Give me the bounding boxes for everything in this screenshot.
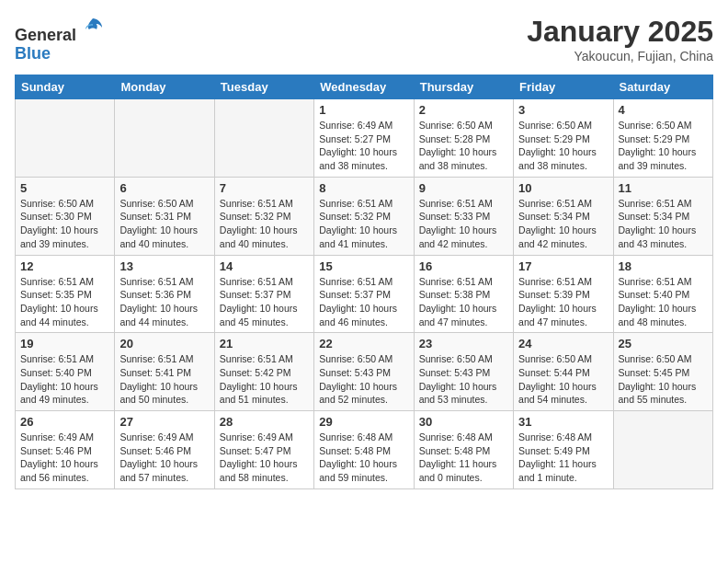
day-number: 15 (319, 259, 408, 273)
day-number: 17 (518, 259, 608, 273)
day-number: 10 (518, 181, 608, 195)
calendar-cell (115, 99, 214, 178)
calendar-cell: 19Sunrise: 6:51 AM Sunset: 5:40 PM Dayli… (16, 333, 115, 411)
calendar-cell: 29Sunrise: 6:48 AM Sunset: 5:48 PM Dayli… (314, 411, 414, 489)
day-info: Sunrise: 6:49 AM Sunset: 5:27 PM Dayligh… (319, 119, 408, 173)
calendar-cell: 31Sunrise: 6:48 AM Sunset: 5:49 PM Dayli… (514, 411, 613, 489)
day-number: 26 (20, 415, 109, 429)
calendar-cell: 8Sunrise: 6:51 AM Sunset: 5:32 PM Daylig… (314, 177, 414, 255)
calendar-cell: 28Sunrise: 6:49 AM Sunset: 5:47 PM Dayli… (214, 411, 313, 489)
day-info: Sunrise: 6:51 AM Sunset: 5:38 PM Dayligh… (419, 275, 508, 329)
day-info: Sunrise: 6:51 AM Sunset: 5:37 PM Dayligh… (220, 275, 309, 329)
day-number: 1 (319, 103, 408, 117)
day-number: 22 (319, 337, 408, 350)
calendar-cell: 15Sunrise: 6:51 AM Sunset: 5:37 PM Dayli… (314, 255, 414, 333)
day-number: 3 (518, 103, 608, 117)
day-info: Sunrise: 6:51 AM Sunset: 5:40 PM Dayligh… (619, 275, 708, 329)
day-number: 11 (619, 181, 708, 195)
day-number: 13 (119, 259, 209, 273)
day-info: Sunrise: 6:51 AM Sunset: 5:42 PM Dayligh… (220, 352, 309, 407)
logo-blue: Blue (15, 44, 51, 63)
logo: General Blue (15, 15, 106, 63)
calendar-cell: 6Sunrise: 6:50 AM Sunset: 5:31 PM Daylig… (115, 177, 214, 255)
calendar-cell: 22Sunrise: 6:50 AM Sunset: 5:43 PM Dayli… (314, 333, 414, 411)
week-row-1: 5Sunrise: 6:50 AM Sunset: 5:30 PM Daylig… (16, 177, 713, 255)
weekday-friday: Friday (514, 75, 613, 99)
day-info: Sunrise: 6:51 AM Sunset: 5:33 PM Dayligh… (419, 197, 508, 251)
calendar-cell: 17Sunrise: 6:51 AM Sunset: 5:39 PM Dayli… (514, 255, 613, 333)
day-number: 14 (220, 259, 309, 273)
day-info: Sunrise: 6:48 AM Sunset: 5:48 PM Dayligh… (419, 431, 508, 485)
day-info: Sunrise: 6:49 AM Sunset: 5:46 PM Dayligh… (20, 431, 109, 485)
day-info: Sunrise: 6:50 AM Sunset: 5:43 PM Dayligh… (419, 352, 508, 407)
page-header: General Blue January 2025 Yakoucun, Fuji… (15, 15, 713, 63)
day-info: Sunrise: 6:51 AM Sunset: 5:39 PM Dayligh… (518, 275, 608, 329)
calendar-cell: 3Sunrise: 6:50 AM Sunset: 5:29 PM Daylig… (514, 99, 613, 178)
day-info: Sunrise: 6:50 AM Sunset: 5:31 PM Dayligh… (119, 197, 209, 251)
day-number: 23 (419, 337, 508, 350)
month-title: January 2025 (527, 15, 713, 49)
calendar-cell: 26Sunrise: 6:49 AM Sunset: 5:46 PM Dayli… (16, 411, 115, 489)
calendar-cell: 24Sunrise: 6:50 AM Sunset: 5:44 PM Dayli… (514, 333, 613, 411)
calendar-cell: 7Sunrise: 6:51 AM Sunset: 5:32 PM Daylig… (214, 177, 313, 255)
calendar-cell (16, 99, 115, 178)
day-number: 27 (119, 415, 209, 429)
day-info: Sunrise: 6:51 AM Sunset: 5:32 PM Dayligh… (220, 197, 309, 251)
day-info: Sunrise: 6:48 AM Sunset: 5:49 PM Dayligh… (518, 431, 608, 485)
day-number: 5 (20, 181, 109, 195)
day-number: 7 (220, 181, 309, 195)
weekday-saturday: Saturday (613, 75, 712, 99)
day-info: Sunrise: 6:51 AM Sunset: 5:35 PM Dayligh… (20, 275, 109, 329)
day-info: Sunrise: 6:50 AM Sunset: 5:29 PM Dayligh… (518, 119, 608, 173)
day-number: 12 (20, 259, 109, 273)
day-number: 6 (119, 181, 209, 195)
day-number: 24 (518, 337, 608, 350)
day-number: 31 (518, 415, 608, 429)
calendar-cell (214, 99, 313, 178)
calendar-cell: 1Sunrise: 6:49 AM Sunset: 5:27 PM Daylig… (314, 99, 414, 178)
day-number: 30 (419, 415, 508, 429)
calendar-cell: 10Sunrise: 6:51 AM Sunset: 5:34 PM Dayli… (514, 177, 613, 255)
calendar-cell: 11Sunrise: 6:51 AM Sunset: 5:34 PM Dayli… (613, 177, 712, 255)
weekday-monday: Monday (115, 75, 214, 99)
weekday-tuesday: Tuesday (214, 75, 313, 99)
day-info: Sunrise: 6:51 AM Sunset: 5:34 PM Dayligh… (518, 197, 608, 251)
calendar-cell: 2Sunrise: 6:50 AM Sunset: 5:28 PM Daylig… (414, 99, 513, 178)
calendar-table: SundayMondayTuesdayWednesdayThursdayFrid… (15, 75, 713, 489)
location-subtitle: Yakoucun, Fujian, China (527, 49, 713, 63)
calendar-cell: 23Sunrise: 6:50 AM Sunset: 5:43 PM Dayli… (414, 333, 513, 411)
calendar-cell: 14Sunrise: 6:51 AM Sunset: 5:37 PM Dayli… (214, 255, 313, 333)
logo-general: General (15, 26, 76, 44)
calendar-cell: 30Sunrise: 6:48 AM Sunset: 5:48 PM Dayli… (414, 411, 513, 489)
weekday-sunday: Sunday (16, 75, 115, 99)
day-number: 25 (619, 337, 708, 350)
day-info: Sunrise: 6:50 AM Sunset: 5:45 PM Dayligh… (619, 352, 708, 407)
day-info: Sunrise: 6:51 AM Sunset: 5:41 PM Dayligh… (119, 352, 209, 407)
weekday-wednesday: Wednesday (314, 75, 414, 99)
day-info: Sunrise: 6:49 AM Sunset: 5:46 PM Dayligh… (119, 431, 209, 485)
day-number: 16 (419, 259, 508, 273)
day-number: 4 (619, 103, 708, 117)
day-number: 28 (220, 415, 309, 429)
day-info: Sunrise: 6:51 AM Sunset: 5:36 PM Dayligh… (119, 275, 209, 329)
day-info: Sunrise: 6:50 AM Sunset: 5:29 PM Dayligh… (619, 119, 708, 173)
weekday-thursday: Thursday (414, 75, 513, 99)
calendar-cell: 27Sunrise: 6:49 AM Sunset: 5:46 PM Dayli… (115, 411, 214, 489)
day-number: 19 (20, 337, 109, 350)
calendar-cell: 9Sunrise: 6:51 AM Sunset: 5:33 PM Daylig… (414, 177, 513, 255)
calendar-cell: 16Sunrise: 6:51 AM Sunset: 5:38 PM Dayli… (414, 255, 513, 333)
logo-bird-icon (80, 15, 106, 40)
week-row-0: 1Sunrise: 6:49 AM Sunset: 5:27 PM Daylig… (16, 99, 713, 178)
day-info: Sunrise: 6:50 AM Sunset: 5:30 PM Dayligh… (20, 197, 109, 251)
day-info: Sunrise: 6:50 AM Sunset: 5:44 PM Dayligh… (518, 352, 608, 407)
calendar-cell: 21Sunrise: 6:51 AM Sunset: 5:42 PM Dayli… (214, 333, 313, 411)
day-number: 9 (419, 181, 508, 195)
day-info: Sunrise: 6:51 AM Sunset: 5:34 PM Dayligh… (619, 197, 708, 251)
day-info: Sunrise: 6:51 AM Sunset: 5:37 PM Dayligh… (319, 275, 408, 329)
day-info: Sunrise: 6:48 AM Sunset: 5:48 PM Dayligh… (319, 431, 408, 485)
day-info: Sunrise: 6:51 AM Sunset: 5:32 PM Dayligh… (319, 197, 408, 251)
day-info: Sunrise: 6:50 AM Sunset: 5:28 PM Dayligh… (419, 119, 508, 173)
day-number: 2 (419, 103, 508, 117)
calendar-cell: 20Sunrise: 6:51 AM Sunset: 5:41 PM Dayli… (115, 333, 214, 411)
week-row-4: 26Sunrise: 6:49 AM Sunset: 5:46 PM Dayli… (16, 411, 713, 489)
